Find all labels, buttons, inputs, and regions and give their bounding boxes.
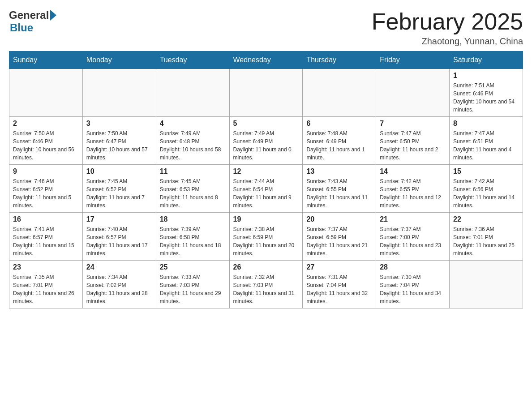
day-info: Sunrise: 7:39 AM Sunset: 6:58 PM Dayligh… bbox=[160, 225, 226, 257]
calendar-cell: 14Sunrise: 7:42 AM Sunset: 6:55 PM Dayli… bbox=[376, 165, 450, 213]
calendar-cell: 9Sunrise: 7:46 AM Sunset: 6:52 PM Daylig… bbox=[9, 165, 83, 213]
weekday-header-thursday: Thursday bbox=[303, 51, 376, 69]
calendar-week-2: 2Sunrise: 7:50 AM Sunset: 6:46 PM Daylig… bbox=[9, 117, 523, 165]
calendar-cell: 7Sunrise: 7:47 AM Sunset: 6:50 PM Daylig… bbox=[376, 117, 450, 165]
day-number: 18 bbox=[160, 215, 226, 223]
day-info: Sunrise: 7:31 AM Sunset: 7:04 PM Dayligh… bbox=[306, 273, 372, 305]
day-number: 21 bbox=[380, 215, 446, 223]
calendar-cell: 4Sunrise: 7:49 AM Sunset: 6:48 PM Daylig… bbox=[156, 117, 229, 165]
weekday-header-sunday: Sunday bbox=[9, 51, 83, 69]
calendar-cell: 24Sunrise: 7:34 AM Sunset: 7:02 PM Dayli… bbox=[82, 261, 156, 308]
logo: General Blue bbox=[9, 9, 56, 34]
calendar-cell: 12Sunrise: 7:44 AM Sunset: 6:54 PM Dayli… bbox=[229, 165, 303, 213]
day-info: Sunrise: 7:42 AM Sunset: 6:55 PM Dayligh… bbox=[380, 177, 446, 210]
day-number: 7 bbox=[380, 120, 446, 128]
day-info: Sunrise: 7:33 AM Sunset: 7:03 PM Dayligh… bbox=[160, 273, 226, 305]
day-info: Sunrise: 7:43 AM Sunset: 6:55 PM Dayligh… bbox=[306, 177, 372, 210]
day-number: 4 bbox=[160, 120, 226, 128]
day-number: 24 bbox=[86, 263, 152, 271]
day-number: 2 bbox=[13, 120, 79, 128]
calendar-cell: 2Sunrise: 7:50 AM Sunset: 6:46 PM Daylig… bbox=[9, 117, 83, 165]
calendar-cell: 17Sunrise: 7:40 AM Sunset: 6:57 PM Dayli… bbox=[82, 213, 156, 261]
calendar-cell: 1Sunrise: 7:51 AM Sunset: 6:46 PM Daylig… bbox=[450, 69, 523, 117]
day-number: 25 bbox=[160, 263, 226, 271]
day-number: 10 bbox=[86, 167, 152, 176]
day-info: Sunrise: 7:49 AM Sunset: 6:48 PM Dayligh… bbox=[160, 129, 226, 162]
calendar-header-row: SundayMondayTuesdayWednesdayThursdayFrid… bbox=[9, 51, 523, 69]
weekday-header-monday: Monday bbox=[82, 51, 156, 69]
weekday-header-tuesday: Tuesday bbox=[156, 51, 229, 69]
title-block: February 2025 Zhaotong, Yunnan, China bbox=[372, 9, 523, 47]
calendar-cell bbox=[9, 69, 83, 117]
day-number: 3 bbox=[86, 120, 152, 128]
day-number: 22 bbox=[453, 215, 519, 223]
weekday-header-friday: Friday bbox=[376, 51, 450, 69]
calendar-cell: 16Sunrise: 7:41 AM Sunset: 6:57 PM Dayli… bbox=[9, 213, 83, 261]
day-info: Sunrise: 7:44 AM Sunset: 6:54 PM Dayligh… bbox=[233, 177, 299, 210]
weekday-header-saturday: Saturday bbox=[450, 51, 523, 69]
calendar-week-5: 23Sunrise: 7:35 AM Sunset: 7:01 PM Dayli… bbox=[9, 261, 523, 308]
day-number: 12 bbox=[233, 167, 299, 176]
calendar-cell: 20Sunrise: 7:37 AM Sunset: 6:59 PM Dayli… bbox=[303, 213, 376, 261]
day-info: Sunrise: 7:32 AM Sunset: 7:03 PM Dayligh… bbox=[233, 273, 299, 305]
day-number: 27 bbox=[306, 263, 372, 271]
day-number: 8 bbox=[453, 120, 519, 128]
day-info: Sunrise: 7:48 AM Sunset: 6:49 PM Dayligh… bbox=[306, 129, 372, 162]
calendar-cell: 8Sunrise: 7:47 AM Sunset: 6:51 PM Daylig… bbox=[450, 117, 523, 165]
calendar-cell: 26Sunrise: 7:32 AM Sunset: 7:03 PM Dayli… bbox=[229, 261, 303, 308]
calendar-cell: 10Sunrise: 7:45 AM Sunset: 6:52 PM Dayli… bbox=[82, 165, 156, 213]
day-info: Sunrise: 7:30 AM Sunset: 7:04 PM Dayligh… bbox=[380, 273, 446, 305]
calendar-cell: 28Sunrise: 7:30 AM Sunset: 7:04 PM Dayli… bbox=[376, 261, 450, 308]
calendar-cell bbox=[82, 69, 156, 117]
calendar-cell: 11Sunrise: 7:45 AM Sunset: 6:53 PM Dayli… bbox=[156, 165, 229, 213]
calendar-week-3: 9Sunrise: 7:46 AM Sunset: 6:52 PM Daylig… bbox=[9, 165, 523, 213]
day-info: Sunrise: 7:36 AM Sunset: 7:01 PM Dayligh… bbox=[453, 225, 519, 257]
day-info: Sunrise: 7:35 AM Sunset: 7:01 PM Dayligh… bbox=[13, 273, 79, 305]
calendar-cell: 25Sunrise: 7:33 AM Sunset: 7:03 PM Dayli… bbox=[156, 261, 229, 308]
calendar-table: SundayMondayTuesdayWednesdayThursdayFrid… bbox=[9, 51, 523, 308]
calendar-cell bbox=[229, 69, 303, 117]
day-info: Sunrise: 7:46 AM Sunset: 6:52 PM Dayligh… bbox=[13, 177, 79, 210]
day-info: Sunrise: 7:40 AM Sunset: 6:57 PM Dayligh… bbox=[86, 225, 152, 257]
calendar-cell bbox=[450, 261, 523, 308]
calendar-cell: 23Sunrise: 7:35 AM Sunset: 7:01 PM Dayli… bbox=[9, 261, 83, 308]
calendar-cell: 15Sunrise: 7:42 AM Sunset: 6:56 PM Dayli… bbox=[450, 165, 523, 213]
day-number: 5 bbox=[233, 120, 299, 128]
day-number: 1 bbox=[453, 72, 519, 80]
day-number: 17 bbox=[86, 215, 152, 223]
calendar-cell: 13Sunrise: 7:43 AM Sunset: 6:55 PM Dayli… bbox=[303, 165, 376, 213]
day-info: Sunrise: 7:50 AM Sunset: 6:46 PM Dayligh… bbox=[13, 129, 79, 162]
day-info: Sunrise: 7:41 AM Sunset: 6:57 PM Dayligh… bbox=[13, 225, 79, 257]
page-header: General Blue February 2025 Zhaotong, Yun… bbox=[9, 9, 523, 47]
calendar-week-4: 16Sunrise: 7:41 AM Sunset: 6:57 PM Dayli… bbox=[9, 213, 523, 261]
day-info: Sunrise: 7:45 AM Sunset: 6:52 PM Dayligh… bbox=[86, 177, 152, 210]
day-number: 20 bbox=[306, 215, 372, 223]
weekday-header-wednesday: Wednesday bbox=[229, 51, 303, 69]
day-number: 14 bbox=[380, 167, 446, 176]
calendar-cell: 21Sunrise: 7:37 AM Sunset: 7:00 PM Dayli… bbox=[376, 213, 450, 261]
day-number: 26 bbox=[233, 263, 299, 271]
day-info: Sunrise: 7:51 AM Sunset: 6:46 PM Dayligh… bbox=[453, 81, 519, 114]
day-info: Sunrise: 7:47 AM Sunset: 6:50 PM Dayligh… bbox=[380, 129, 446, 162]
day-number: 9 bbox=[13, 167, 79, 176]
day-info: Sunrise: 7:50 AM Sunset: 6:47 PM Dayligh… bbox=[86, 129, 152, 162]
calendar-cell bbox=[303, 69, 376, 117]
day-number: 23 bbox=[13, 263, 79, 271]
day-number: 11 bbox=[160, 167, 226, 176]
day-number: 15 bbox=[453, 167, 519, 176]
logo-blue: Blue bbox=[10, 21, 33, 34]
calendar-cell: 22Sunrise: 7:36 AM Sunset: 7:01 PM Dayli… bbox=[450, 213, 523, 261]
day-info: Sunrise: 7:34 AM Sunset: 7:02 PM Dayligh… bbox=[86, 273, 152, 305]
logo-arrow-icon bbox=[50, 10, 56, 21]
month-title: February 2025 bbox=[372, 9, 523, 34]
location: Zhaotong, Yunnan, China bbox=[372, 36, 523, 47]
day-info: Sunrise: 7:47 AM Sunset: 6:51 PM Dayligh… bbox=[453, 129, 519, 162]
calendar-cell: 3Sunrise: 7:50 AM Sunset: 6:47 PM Daylig… bbox=[82, 117, 156, 165]
calendar-cell: 27Sunrise: 7:31 AM Sunset: 7:04 PM Dayli… bbox=[303, 261, 376, 308]
calendar-cell: 5Sunrise: 7:49 AM Sunset: 6:49 PM Daylig… bbox=[229, 117, 303, 165]
calendar-cell: 19Sunrise: 7:38 AM Sunset: 6:59 PM Dayli… bbox=[229, 213, 303, 261]
calendar-cell: 6Sunrise: 7:48 AM Sunset: 6:49 PM Daylig… bbox=[303, 117, 376, 165]
day-number: 6 bbox=[306, 120, 372, 128]
day-info: Sunrise: 7:38 AM Sunset: 6:59 PM Dayligh… bbox=[233, 225, 299, 257]
calendar-cell bbox=[376, 69, 450, 117]
